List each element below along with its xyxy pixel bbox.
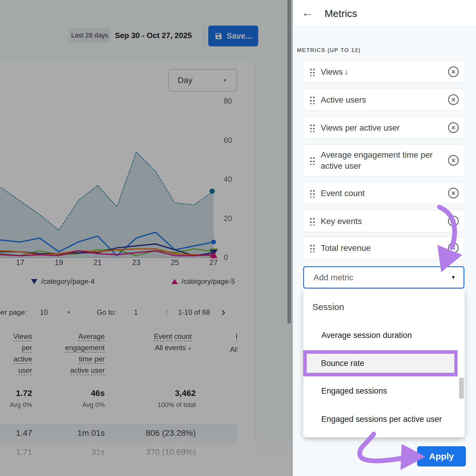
add-metric-dropdown: Session Average session duration Bounce …: [303, 289, 465, 437]
drag-handle-icon[interactable]: [309, 217, 315, 226]
metric-card-average-engagement-time-per-active-user[interactable]: Average engagement time per active user✕: [303, 144, 464, 176]
back-arrow-icon[interactable]: ←: [301, 7, 313, 18]
drag-handle-icon[interactable]: [309, 243, 315, 252]
dropdown-option-label: Bounce rate: [321, 359, 364, 368]
metric-label: Views per active user: [321, 122, 448, 133]
sort-down-icon: ↓: [345, 67, 349, 76]
page-scrollbar[interactable]: [287, 0, 291, 324]
drag-handle-icon[interactable]: [309, 189, 315, 198]
drag-handle-icon[interactable]: [309, 67, 315, 76]
metric-label: Average engagement time per active user: [321, 149, 448, 171]
bounce-rate-highlight: Bounce rate: [303, 350, 458, 376]
add-metric-caret-icon: ▼: [451, 275, 456, 281]
dropdown-option-engaged-sessions-per-active-user[interactable]: Engaged sessions per active user: [321, 415, 442, 424]
screenshot-root: Last 28 days Sep 30 - Oct 27, 2025 Save.…: [0, 0, 476, 476]
panel-header: ← Metrics: [293, 0, 476, 27]
remove-metric-icon[interactable]: ✕: [448, 122, 459, 133]
metric-card-event-count[interactable]: Event count✕: [303, 182, 464, 204]
metric-card-total-revenue[interactable]: Total revenue✕: [303, 237, 464, 259]
metrics-section-label: METRICS (UP TO 12): [297, 47, 361, 54]
metric-label: Active users: [321, 94, 448, 105]
metric-card-key-events[interactable]: Key events✕: [303, 210, 464, 232]
dropdown-option-engaged-sessions[interactable]: Engaged sessions: [321, 386, 387, 396]
metric-label: Total revenue: [321, 242, 448, 253]
dropdown-option-average-session-duration[interactable]: Average session duration: [321, 331, 412, 340]
metric-card-active-users[interactable]: Active users✕: [303, 88, 464, 111]
metric-label: Event count: [321, 188, 448, 199]
metric-card-views[interactable]: Views↓✕: [303, 60, 464, 83]
remove-metric-icon[interactable]: ✕: [448, 242, 459, 253]
metric-label: Key events: [321, 216, 448, 227]
drag-handle-icon[interactable]: [309, 156, 315, 165]
drag-handle-icon[interactable]: [309, 95, 315, 104]
remove-metric-icon[interactable]: ✕: [448, 155, 459, 166]
overlay-scrim[interactable]: [0, 0, 293, 476]
metric-label: Views: [321, 66, 448, 77]
add-metric-placeholder: Add metric: [314, 273, 353, 282]
metric-card-views-per-active-user[interactable]: Views per active user✕: [303, 116, 464, 139]
drag-handle-icon[interactable]: [309, 123, 315, 132]
dropdown-group-session: Session: [312, 302, 344, 312]
add-metric-select[interactable]: Add metric ▼: [303, 266, 464, 289]
remove-metric-icon[interactable]: ✕: [448, 188, 459, 198]
remove-metric-icon[interactable]: ✕: [448, 94, 459, 105]
dropdown-option-bounce-rate[interactable]: Bounce rate: [307, 354, 454, 373]
metrics-panel: ← Metrics METRICS (UP TO 12) Views↓✕Acti…: [293, 0, 476, 476]
apply-button[interactable]: Apply: [417, 446, 466, 466]
panel-title: Metrics: [325, 8, 357, 19]
dropdown-scrollbar[interactable]: [459, 378, 464, 399]
remove-metric-icon[interactable]: ✕: [448, 66, 459, 77]
remove-metric-icon[interactable]: ✕: [448, 216, 459, 226]
